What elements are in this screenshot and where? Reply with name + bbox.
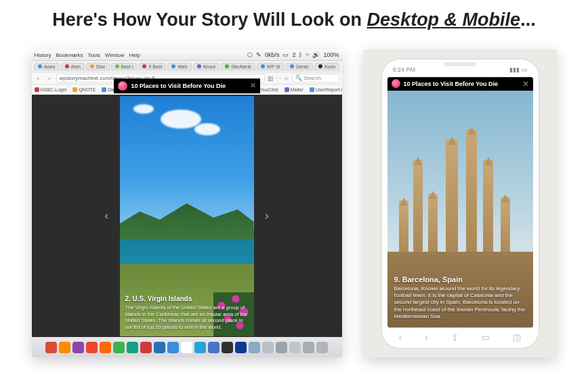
battery-percent: 100% bbox=[323, 51, 339, 58]
phone-bottom-bar: ‹ › ⇪ ▭ ◫ bbox=[387, 330, 533, 345]
browser-viewport: ♡ 10 Places to Visit Before You Die ✕ ‹ … bbox=[32, 95, 342, 337]
mac-dock bbox=[32, 337, 342, 357]
desktop-preview: History Bookmarks Tools Window Help ⬡ ✎ … bbox=[32, 49, 342, 357]
dock-app-icon[interactable] bbox=[262, 342, 274, 353]
menu-history[interactable]: History bbox=[35, 52, 51, 58]
tabs-icon[interactable]: ◫ bbox=[513, 332, 521, 342]
menu-window[interactable]: Window bbox=[105, 52, 124, 58]
dock-app-icon[interactable] bbox=[194, 342, 206, 353]
phone-status-bar: 9:24 PM ▮▮▮ ▭ bbox=[387, 66, 533, 73]
browser-tab[interactable]: WP St bbox=[257, 63, 285, 70]
browser-tab[interactable]: Awes bbox=[34, 63, 60, 70]
share-icon[interactable]: ⇪ bbox=[451, 332, 459, 342]
heading-suffix: ... bbox=[520, 9, 536, 30]
dock-app-icon[interactable] bbox=[72, 342, 84, 353]
browser-tab[interactable]: About bbox=[193, 63, 219, 70]
back-button[interactable]: ‹ bbox=[35, 74, 43, 83]
bookmark-item[interactable]: Mailer bbox=[285, 87, 303, 92]
story-image[interactable]: 2. U.S. Virgin Islands The Virgin Island… bbox=[120, 96, 254, 336]
dock-app-icon[interactable] bbox=[181, 342, 192, 353]
phone-frame: 9:24 PM ▮▮▮ ▭ ♡ 10 Places to Visit Befor… bbox=[381, 58, 540, 349]
browser-tab[interactable]: SiteAlerts bbox=[221, 63, 255, 70]
dock-app-icon[interactable] bbox=[86, 342, 98, 353]
forward-button[interactable]: › bbox=[45, 74, 54, 83]
reader-icon[interactable]: ▥ bbox=[268, 75, 274, 82]
slide-body: The Virgin Islands of the United States … bbox=[125, 305, 249, 330]
mac-menubar: History Bookmarks Tools Window Help ⬡ ✎ … bbox=[32, 49, 342, 61]
phone-slide-title: 9. Barcelona, Spain bbox=[394, 275, 526, 284]
prev-slide-button[interactable]: ‹ bbox=[105, 210, 108, 222]
dots-icon[interactable]: ⋯ bbox=[276, 75, 282, 82]
story-title: 10 Places to Visit Before You Die bbox=[131, 83, 246, 89]
bookmarks-icon[interactable]: ▭ bbox=[482, 332, 490, 342]
browser-tab[interactable]: 5 Best bbox=[138, 63, 166, 70]
dock-app-icon[interactable] bbox=[100, 342, 111, 353]
browser-tabstrip: Awes Ahm Disc Best I 5 Best Web About Si… bbox=[32, 61, 342, 72]
heading-emphasis: Desktop & Mobile bbox=[367, 9, 521, 30]
dock-app-icon[interactable] bbox=[208, 342, 219, 353]
close-icon[interactable]: ✕ bbox=[522, 79, 529, 89]
browser-tab[interactable]: Best I bbox=[111, 63, 138, 70]
phone-time: 9:24 PM bbox=[393, 66, 416, 73]
speed-indicator: 0kb/s bbox=[265, 51, 280, 58]
heart-icon: ♡ bbox=[118, 81, 127, 91]
menubar-status-icons: ⬡ ✎ 0kb/s ▭ 2 ᛒ ⌔ 🔊 100% bbox=[247, 51, 339, 58]
story-viewer: ♡ 10 Places to Visit Before You Die ✕ ‹ … bbox=[120, 96, 254, 336]
heading-prefix: Here's How Your Story Will Look on bbox=[52, 9, 366, 30]
close-icon[interactable]: ✕ bbox=[250, 81, 256, 90]
evernote-icon[interactable]: ✎ bbox=[256, 51, 261, 58]
browser-tab[interactable]: Web bbox=[167, 63, 191, 70]
page-heading: Here's How Your Story Will Look on Deskt… bbox=[0, 9, 588, 30]
menubar-menus: History Bookmarks Tools Window Help bbox=[35, 52, 141, 58]
number-badge: 2 bbox=[292, 51, 295, 58]
wifi-icon[interactable]: ⌔ bbox=[306, 51, 309, 58]
dock-app-icon[interactable] bbox=[235, 342, 247, 353]
dock-app-icon[interactable] bbox=[167, 342, 179, 353]
dock-app-icon[interactable] bbox=[303, 342, 314, 353]
phone-story-title: 10 Places to Visit Before You Die bbox=[404, 81, 519, 87]
slide-title: 2. U.S. Virgin Islands bbox=[125, 295, 249, 302]
menu-tools[interactable]: Tools bbox=[87, 52, 100, 58]
browser-tab[interactable]: Kudo bbox=[314, 63, 339, 70]
bookmark-item[interactable]: QNOTE bbox=[72, 87, 96, 92]
phone-notch bbox=[444, 62, 476, 66]
browser-tab[interactable]: Gener bbox=[286, 63, 313, 70]
story-caption: 2. U.S. Virgin Islands The Virgin Island… bbox=[125, 295, 249, 330]
menu-help[interactable]: Help bbox=[129, 52, 140, 58]
mobile-preview: 9:24 PM ▮▮▮ ▭ ♡ 10 Places to Visit Befor… bbox=[364, 49, 557, 357]
dock-app-icon[interactable] bbox=[276, 342, 287, 353]
dock-app-icon[interactable] bbox=[222, 342, 233, 353]
phone-story-viewer: ♡ 10 Places to Visit Before You Die ✕ 9.… bbox=[387, 77, 533, 328]
dropbox-icon[interactable]: ⬡ bbox=[247, 51, 253, 58]
phone-story-caption: 9. Barcelona, Spain Barcelona, Known aro… bbox=[394, 275, 526, 321]
star-icon[interactable]: ☆ bbox=[284, 75, 289, 82]
browser-tab[interactable]: Disc bbox=[86, 63, 110, 70]
dock-app-icon[interactable] bbox=[249, 342, 260, 353]
menu-bookmarks[interactable]: Bookmarks bbox=[56, 52, 83, 58]
next-slide-button[interactable]: › bbox=[265, 210, 268, 222]
volume-icon[interactable]: 🔊 bbox=[312, 51, 320, 58]
search-field[interactable]: 🔍Search bbox=[292, 74, 339, 83]
phone-slide-body: Barcelona, Known around the world for it… bbox=[394, 286, 526, 321]
dock-app-icon[interactable] bbox=[316, 342, 328, 353]
phone-story-header: ♡ 10 Places to Visit Before You Die ✕ bbox=[387, 77, 533, 91]
forward-icon[interactable]: › bbox=[425, 332, 427, 342]
story-header: ♡ 10 Places to Visit Before You Die ✕ bbox=[114, 79, 260, 93]
dock-app-icon[interactable] bbox=[127, 342, 138, 353]
back-icon[interactable]: ‹ bbox=[399, 332, 402, 342]
battery-icon: ▭ bbox=[522, 66, 528, 73]
dock-app-icon[interactable] bbox=[113, 342, 125, 353]
bookmark-item[interactable]: UserReport-helpdesk bbox=[310, 87, 342, 92]
signal-icon: ▮▮▮ bbox=[509, 66, 520, 73]
dock-app-icon[interactable] bbox=[45, 342, 57, 353]
dock-app-icon[interactable] bbox=[59, 342, 70, 353]
bookmark-item[interactable]: HSBC-Login bbox=[35, 87, 67, 92]
bluetooth-icon[interactable]: ᛒ bbox=[299, 51, 302, 58]
dock-app-icon[interactable] bbox=[289, 342, 301, 353]
browser-tab[interactable]: Ahm bbox=[61, 63, 85, 70]
display-icon[interactable]: ▭ bbox=[282, 51, 289, 58]
dock-app-icon[interactable] bbox=[154, 342, 165, 353]
phone-story-image[interactable]: 9. Barcelona, Spain Barcelona, Known aro… bbox=[387, 91, 533, 328]
dock-app-icon[interactable] bbox=[140, 342, 152, 353]
address-bar-icons: ▥ ⋯ ☆ bbox=[268, 75, 289, 82]
